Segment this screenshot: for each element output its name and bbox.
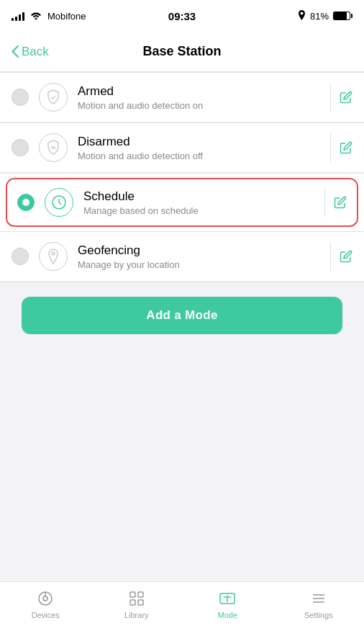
wifi-icon	[30, 10, 42, 22]
mode-list: Armed Motion and audio detection on Disa…	[0, 73, 364, 282]
status-bar-left: Mobifone	[12, 10, 86, 22]
edit-disarmed-icon[interactable]	[340, 141, 352, 154]
armed-icon	[39, 83, 68, 112]
mode-item-disarmed[interactable]: Disarmed Motion and audio detection off	[0, 123, 364, 173]
tab-devices-label: Devices	[32, 611, 60, 619]
geofencing-subtitle: Manage by your location	[78, 259, 322, 270]
devices-tab-icon	[36, 589, 55, 608]
geofencing-info: Geofencing Manage by your location	[78, 243, 322, 270]
radio-schedule[interactable]	[17, 194, 35, 211]
schedule-info: Schedule Manage based on schedule	[83, 189, 316, 216]
signal-bars-icon	[12, 11, 24, 21]
carrier-text: Mobifone	[47, 11, 86, 22]
armed-subtitle: Motion and audio detection on	[78, 100, 322, 111]
schedule-icon	[45, 188, 73, 217]
tab-mode[interactable]: Mode	[182, 589, 273, 619]
battery-percentage: 81%	[310, 11, 329, 22]
svg-rect-9	[130, 600, 135, 605]
divider-disarmed	[330, 133, 331, 162]
armed-title: Armed	[78, 84, 322, 99]
location-icon	[298, 10, 306, 22]
mode-item-armed[interactable]: Armed Motion and audio detection on	[0, 73, 364, 122]
tab-settings-label: Settings	[304, 611, 333, 619]
disarmed-info: Disarmed Motion and audio detection off	[78, 135, 322, 161]
empty-space	[0, 349, 364, 550]
geofencing-icon	[39, 242, 68, 271]
divider-geofencing	[330, 242, 331, 271]
tab-mode-label: Mode	[217, 611, 237, 619]
divider-2	[0, 173, 364, 174]
mode-item-schedule-wrapper: Schedule Manage based on schedule	[6, 178, 358, 227]
back-label: Back	[22, 45, 49, 59]
radio-armed[interactable]	[12, 89, 29, 106]
edit-armed-icon[interactable]	[340, 91, 352, 104]
disarmed-subtitle: Motion and audio detection off	[78, 151, 322, 161]
settings-tab-icon	[309, 589, 328, 608]
add-mode-section: Add a Mode	[0, 282, 364, 349]
edit-geofencing-icon[interactable]	[340, 250, 352, 263]
tab-settings[interactable]: Settings	[273, 589, 365, 619]
radio-disarmed[interactable]	[12, 139, 29, 156]
status-bar-time: 09:33	[168, 10, 196, 22]
divider-armed	[330, 83, 331, 112]
battery-icon	[333, 12, 352, 20]
svg-rect-8	[138, 592, 143, 597]
svg-point-5	[43, 596, 47, 601]
geofencing-title: Geofencing	[78, 243, 322, 258]
nav-bar: Back Base Station	[0, 32, 364, 72]
schedule-title: Schedule	[83, 189, 316, 204]
tab-devices[interactable]: Devices	[0, 589, 91, 619]
edit-schedule-icon[interactable]	[334, 196, 347, 209]
tab-library[interactable]: Library	[91, 589, 183, 619]
back-button[interactable]: Back	[12, 45, 49, 59]
add-mode-button[interactable]: Add a Mode	[22, 297, 342, 334]
mode-item-geofencing[interactable]: Geofencing Manage by your location	[0, 232, 364, 282]
mode-item-schedule[interactable]: Schedule Manage based on schedule	[7, 179, 357, 225]
disarmed-icon	[39, 133, 68, 162]
svg-rect-10	[138, 600, 143, 605]
radio-geofencing[interactable]	[12, 248, 29, 265]
status-bar-right: 81%	[298, 10, 352, 22]
disarmed-title: Disarmed	[78, 135, 322, 149]
divider-schedule	[324, 188, 325, 217]
page-title: Base Station	[142, 44, 221, 59]
schedule-subtitle: Manage based on schedule	[83, 205, 316, 216]
library-tab-icon	[127, 589, 146, 608]
tab-library-label: Library	[124, 611, 149, 619]
mode-tab-icon	[218, 589, 237, 608]
tab-bar: Devices Library Mode Settings	[0, 581, 364, 641]
svg-rect-7	[130, 592, 135, 597]
svg-point-3	[52, 252, 55, 255]
armed-info: Armed Motion and audio detection on	[78, 84, 322, 111]
status-bar: Mobifone 09:33 81%	[0, 0, 364, 32]
